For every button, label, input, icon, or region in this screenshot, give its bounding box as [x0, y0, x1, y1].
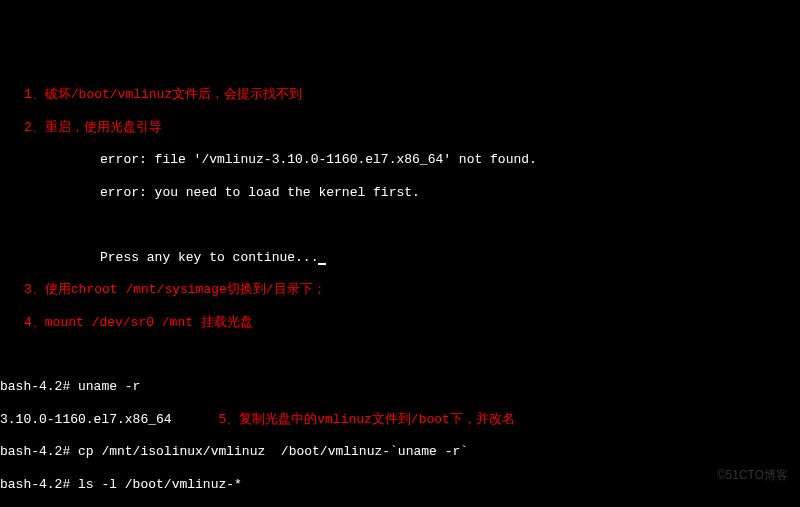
annotation-5: 5、复制光盘中的vmlinuz文件到/boot下，并改名: [218, 412, 514, 427]
error-line-2: error: you need to load the kernel first…: [0, 185, 800, 201]
prompt-cp: bash-4.2# cp /mnt/isolinux/vmlinuz /boot…: [0, 444, 800, 460]
annotation-3: 3、使用chroot /mnt/sysimage切换到/目录下；: [0, 282, 800, 298]
watermark: ©51CTO博客: [717, 468, 788, 483]
annotation-1: 1、破坏/boot/vmlinuz文件后，会提示找不到: [0, 87, 800, 103]
uname-row: 3.10.0-1160.el7.x86_64 5、复制光盘中的vmlinuz文件…: [0, 412, 800, 428]
press-any-key: Press any key to continue...: [0, 250, 800, 266]
annotation-2: 2、重启，使用光盘引导: [0, 120, 800, 136]
prompt-ls: bash-4.2# ls -l /boot/vmlinuz-*: [0, 477, 800, 493]
terminal-output: 1、破坏/boot/vmlinuz文件后，会提示找不到 2、重启，使用光盘引导 …: [0, 65, 800, 507]
prompt-uname: bash-4.2# uname -r: [0, 379, 800, 395]
uname-output: 3.10.0-1160.el7.x86_64: [0, 412, 172, 427]
cursor-icon: [318, 263, 326, 265]
annotation-4: 4、mount /dev/sr0 /mnt 挂载光盘: [0, 315, 800, 331]
error-line-1: error: file '/vmlinuz-3.10.0-1160.el7.x8…: [0, 152, 800, 168]
